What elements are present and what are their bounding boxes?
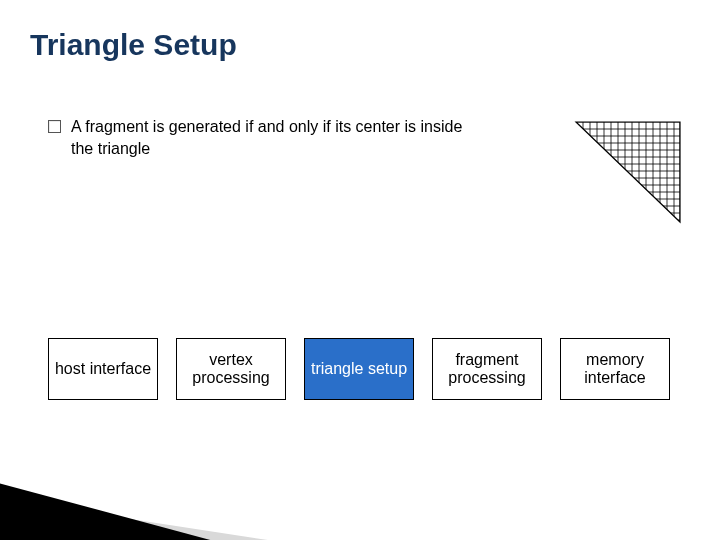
pipeline-stage-fragment-processing: fragment processing: [432, 338, 542, 400]
pipeline-stage-memory-interface: memory interface: [560, 338, 670, 400]
bullet-list: A fragment is generated if and only if i…: [48, 116, 468, 159]
svg-marker-32: [576, 122, 680, 222]
triangle-grid-diagram: [572, 118, 684, 226]
bullet-item: A fragment is generated if and only if i…: [48, 116, 468, 159]
pipeline-row: host interface vertex processing triangl…: [48, 338, 670, 400]
bullet-marker-icon: [48, 120, 61, 133]
pipeline-stage-host-interface: host interface: [48, 338, 158, 400]
decorative-wedge-icon: [0, 438, 320, 540]
slide-title: Triangle Setup: [30, 28, 237, 62]
pipeline-stage-triangle-setup: triangle setup: [304, 338, 414, 400]
bullet-text: A fragment is generated if and only if i…: [71, 116, 468, 159]
pipeline-stage-vertex-processing: vertex processing: [176, 338, 286, 400]
